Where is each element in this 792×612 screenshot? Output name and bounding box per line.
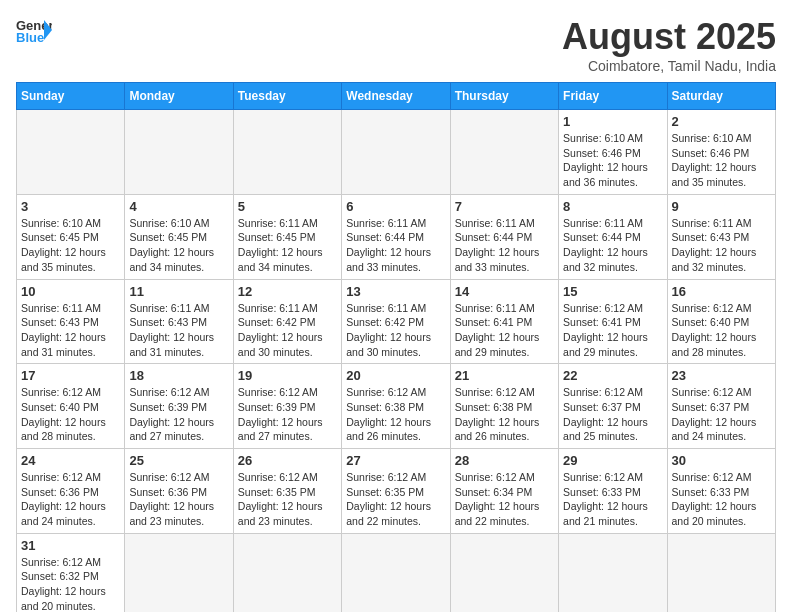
calendar-cell: 7Sunrise: 6:11 AMSunset: 6:44 PMDaylight… bbox=[450, 194, 558, 279]
calendar-cell bbox=[667, 533, 775, 612]
calendar-cell: 29Sunrise: 6:12 AMSunset: 6:33 PMDayligh… bbox=[559, 449, 667, 534]
calendar-cell: 4Sunrise: 6:10 AMSunset: 6:45 PMDaylight… bbox=[125, 194, 233, 279]
weekday-header-friday: Friday bbox=[559, 83, 667, 110]
day-number: 23 bbox=[672, 368, 771, 383]
day-info: Sunrise: 6:12 AMSunset: 6:33 PMDaylight:… bbox=[563, 470, 662, 529]
calendar-cell bbox=[559, 533, 667, 612]
logo-icon: General Blue bbox=[16, 16, 52, 44]
calendar-cell: 24Sunrise: 6:12 AMSunset: 6:36 PMDayligh… bbox=[17, 449, 125, 534]
day-info: Sunrise: 6:12 AMSunset: 6:37 PMDaylight:… bbox=[563, 385, 662, 444]
week-row-0: 1Sunrise: 6:10 AMSunset: 6:46 PMDaylight… bbox=[17, 110, 776, 195]
calendar-cell: 26Sunrise: 6:12 AMSunset: 6:35 PMDayligh… bbox=[233, 449, 341, 534]
week-row-4: 24Sunrise: 6:12 AMSunset: 6:36 PMDayligh… bbox=[17, 449, 776, 534]
day-number: 4 bbox=[129, 199, 228, 214]
calendar-cell: 6Sunrise: 6:11 AMSunset: 6:44 PMDaylight… bbox=[342, 194, 450, 279]
calendar-cell: 19Sunrise: 6:12 AMSunset: 6:39 PMDayligh… bbox=[233, 364, 341, 449]
day-number: 30 bbox=[672, 453, 771, 468]
day-info: Sunrise: 6:12 AMSunset: 6:38 PMDaylight:… bbox=[455, 385, 554, 444]
day-number: 2 bbox=[672, 114, 771, 129]
calendar-cell: 8Sunrise: 6:11 AMSunset: 6:44 PMDaylight… bbox=[559, 194, 667, 279]
calendar-cell bbox=[233, 533, 341, 612]
month-title: August 2025 bbox=[562, 16, 776, 58]
day-number: 28 bbox=[455, 453, 554, 468]
calendar-cell: 12Sunrise: 6:11 AMSunset: 6:42 PMDayligh… bbox=[233, 279, 341, 364]
title-area: August 2025 Coimbatore, Tamil Nadu, Indi… bbox=[562, 16, 776, 74]
day-number: 3 bbox=[21, 199, 120, 214]
day-info: Sunrise: 6:11 AMSunset: 6:42 PMDaylight:… bbox=[238, 301, 337, 360]
day-number: 8 bbox=[563, 199, 662, 214]
day-number: 24 bbox=[21, 453, 120, 468]
day-number: 6 bbox=[346, 199, 445, 214]
weekday-header-row: SundayMondayTuesdayWednesdayThursdayFrid… bbox=[17, 83, 776, 110]
day-number: 29 bbox=[563, 453, 662, 468]
day-number: 1 bbox=[563, 114, 662, 129]
weekday-header-wednesday: Wednesday bbox=[342, 83, 450, 110]
week-row-5: 31Sunrise: 6:12 AMSunset: 6:32 PMDayligh… bbox=[17, 533, 776, 612]
day-info: Sunrise: 6:12 AMSunset: 6:40 PMDaylight:… bbox=[672, 301, 771, 360]
day-info: Sunrise: 6:12 AMSunset: 6:32 PMDaylight:… bbox=[21, 555, 120, 612]
calendar-cell: 13Sunrise: 6:11 AMSunset: 6:42 PMDayligh… bbox=[342, 279, 450, 364]
day-number: 10 bbox=[21, 284, 120, 299]
calendar-cell: 22Sunrise: 6:12 AMSunset: 6:37 PMDayligh… bbox=[559, 364, 667, 449]
day-info: Sunrise: 6:12 AMSunset: 6:40 PMDaylight:… bbox=[21, 385, 120, 444]
calendar-cell bbox=[342, 110, 450, 195]
subtitle: Coimbatore, Tamil Nadu, India bbox=[562, 58, 776, 74]
calendar-cell: 2Sunrise: 6:10 AMSunset: 6:46 PMDaylight… bbox=[667, 110, 775, 195]
day-info: Sunrise: 6:12 AMSunset: 6:41 PMDaylight:… bbox=[563, 301, 662, 360]
weekday-header-monday: Monday bbox=[125, 83, 233, 110]
calendar-cell bbox=[233, 110, 341, 195]
day-info: Sunrise: 6:10 AMSunset: 6:45 PMDaylight:… bbox=[129, 216, 228, 275]
day-info: Sunrise: 6:12 AMSunset: 6:36 PMDaylight:… bbox=[21, 470, 120, 529]
day-number: 31 bbox=[21, 538, 120, 553]
calendar-cell: 17Sunrise: 6:12 AMSunset: 6:40 PMDayligh… bbox=[17, 364, 125, 449]
day-number: 22 bbox=[563, 368, 662, 383]
day-info: Sunrise: 6:11 AMSunset: 6:43 PMDaylight:… bbox=[21, 301, 120, 360]
calendar-cell bbox=[17, 110, 125, 195]
day-number: 13 bbox=[346, 284, 445, 299]
calendar-cell: 14Sunrise: 6:11 AMSunset: 6:41 PMDayligh… bbox=[450, 279, 558, 364]
day-info: Sunrise: 6:12 AMSunset: 6:39 PMDaylight:… bbox=[238, 385, 337, 444]
day-info: Sunrise: 6:12 AMSunset: 6:36 PMDaylight:… bbox=[129, 470, 228, 529]
day-number: 12 bbox=[238, 284, 337, 299]
day-info: Sunrise: 6:12 AMSunset: 6:38 PMDaylight:… bbox=[346, 385, 445, 444]
calendar-cell: 21Sunrise: 6:12 AMSunset: 6:38 PMDayligh… bbox=[450, 364, 558, 449]
weekday-header-sunday: Sunday bbox=[17, 83, 125, 110]
day-info: Sunrise: 6:11 AMSunset: 6:43 PMDaylight:… bbox=[672, 216, 771, 275]
header: General Blue August 2025 Coimbatore, Tam… bbox=[16, 16, 776, 74]
day-info: Sunrise: 6:10 AMSunset: 6:45 PMDaylight:… bbox=[21, 216, 120, 275]
calendar-cell bbox=[342, 533, 450, 612]
calendar-cell: 15Sunrise: 6:12 AMSunset: 6:41 PMDayligh… bbox=[559, 279, 667, 364]
calendar-cell: 31Sunrise: 6:12 AMSunset: 6:32 PMDayligh… bbox=[17, 533, 125, 612]
calendar-cell: 3Sunrise: 6:10 AMSunset: 6:45 PMDaylight… bbox=[17, 194, 125, 279]
day-number: 7 bbox=[455, 199, 554, 214]
day-number: 5 bbox=[238, 199, 337, 214]
day-number: 20 bbox=[346, 368, 445, 383]
day-info: Sunrise: 6:12 AMSunset: 6:37 PMDaylight:… bbox=[672, 385, 771, 444]
calendar-cell bbox=[125, 110, 233, 195]
day-info: Sunrise: 6:11 AMSunset: 6:42 PMDaylight:… bbox=[346, 301, 445, 360]
day-info: Sunrise: 6:11 AMSunset: 6:44 PMDaylight:… bbox=[563, 216, 662, 275]
day-number: 16 bbox=[672, 284, 771, 299]
calendar-cell bbox=[450, 110, 558, 195]
calendar-cell: 30Sunrise: 6:12 AMSunset: 6:33 PMDayligh… bbox=[667, 449, 775, 534]
calendar-cell: 10Sunrise: 6:11 AMSunset: 6:43 PMDayligh… bbox=[17, 279, 125, 364]
day-info: Sunrise: 6:12 AMSunset: 6:35 PMDaylight:… bbox=[346, 470, 445, 529]
day-number: 21 bbox=[455, 368, 554, 383]
calendar-cell: 18Sunrise: 6:12 AMSunset: 6:39 PMDayligh… bbox=[125, 364, 233, 449]
day-number: 11 bbox=[129, 284, 228, 299]
day-number: 18 bbox=[129, 368, 228, 383]
day-info: Sunrise: 6:10 AMSunset: 6:46 PMDaylight:… bbox=[672, 131, 771, 190]
day-number: 25 bbox=[129, 453, 228, 468]
svg-text:Blue: Blue bbox=[16, 30, 44, 44]
weekday-header-saturday: Saturday bbox=[667, 83, 775, 110]
day-number: 14 bbox=[455, 284, 554, 299]
day-info: Sunrise: 6:12 AMSunset: 6:34 PMDaylight:… bbox=[455, 470, 554, 529]
day-number: 9 bbox=[672, 199, 771, 214]
day-info: Sunrise: 6:11 AMSunset: 6:45 PMDaylight:… bbox=[238, 216, 337, 275]
day-number: 19 bbox=[238, 368, 337, 383]
day-number: 26 bbox=[238, 453, 337, 468]
day-info: Sunrise: 6:12 AMSunset: 6:39 PMDaylight:… bbox=[129, 385, 228, 444]
calendar-cell: 9Sunrise: 6:11 AMSunset: 6:43 PMDaylight… bbox=[667, 194, 775, 279]
day-info: Sunrise: 6:12 AMSunset: 6:33 PMDaylight:… bbox=[672, 470, 771, 529]
calendar-cell: 23Sunrise: 6:12 AMSunset: 6:37 PMDayligh… bbox=[667, 364, 775, 449]
